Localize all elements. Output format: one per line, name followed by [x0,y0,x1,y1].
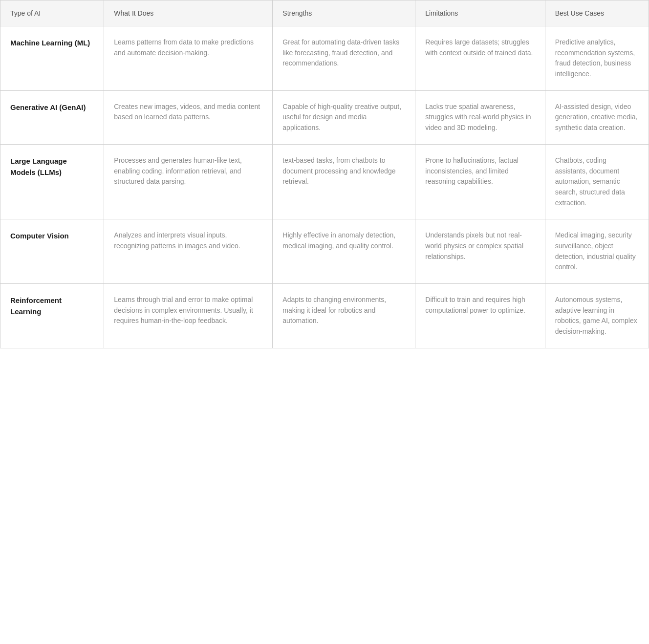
cell-strengths: text-based tasks, from chatbots to docum… [273,144,415,219]
table-row: Machine Learning (ML)Learns patterns fro… [0,26,649,91]
cell-type: Large Language Models (LLMs) [0,144,104,219]
header-type: Type of AI [0,0,104,26]
header-use-cases: Best Use Cases [545,0,649,26]
cell-strengths: Capable of high-quality creative output,… [273,90,415,144]
header-strengths: Strengths [273,0,415,26]
cell-what-it-does: Learns through trial and error to make o… [104,284,273,348]
cell-what-it-does: Learns patterns from data to make predic… [104,26,273,91]
cell-what-it-does: Analyzes and interprets visual inputs, r… [104,219,273,284]
cell-best-use-cases: Autonomous systems, adaptive learning in… [545,284,649,348]
cell-limitations: Prone to hallucinations, factual inconsi… [415,144,545,219]
table-row: Large Language Models (LLMs)Processes an… [0,144,649,219]
cell-best-use-cases: Medical imaging, security surveillance, … [545,219,649,284]
cell-limitations: Lacks true spatial awareness, struggles … [415,90,545,144]
table-row: Generative AI (GenAI)Creates new images,… [0,90,649,144]
cell-what-it-does: Processes and generates human-like text,… [104,144,273,219]
header-limitations: Limitations [415,0,545,26]
cell-type: Computer Vision [0,219,104,284]
main-container: Type of AI What It Does Strengths Limita… [0,0,649,644]
header-what: What It Does [104,0,273,26]
cell-type: Generative AI (GenAI) [0,90,104,144]
cell-strengths: Highly effective in anomaly detection, m… [273,219,415,284]
cell-best-use-cases: Chatbots, coding assistants, document au… [545,144,649,219]
cell-type: Reinforcement Learning [0,284,104,348]
cell-strengths: Adapts to changing environments, making … [273,284,415,348]
table-row: Computer VisionAnalyzes and interprets v… [0,219,649,284]
table-row: Reinforcement LearningLearns through tri… [0,284,649,348]
cell-limitations: Difficult to train and requires high com… [415,284,545,348]
cell-limitations: Requires large datasets; struggles with … [415,26,545,91]
ai-comparison-table: Type of AI What It Does Strengths Limita… [0,0,649,348]
cell-strengths: Great for automating data-driven tasks l… [273,26,415,91]
cell-what-it-does: Creates new images, videos, and media co… [104,90,273,144]
cell-best-use-cases: AI-assisted design, video generation, cr… [545,90,649,144]
cell-best-use-cases: Predictive analytics, recommendation sys… [545,26,649,91]
cell-limitations: Understands pixels but not real-world ph… [415,219,545,284]
header-row: Type of AI What It Does Strengths Limita… [0,0,649,26]
cell-type: Machine Learning (ML) [0,26,104,91]
